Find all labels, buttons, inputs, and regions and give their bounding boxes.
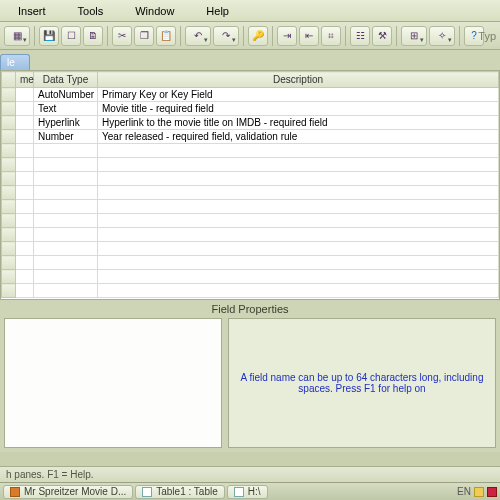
- menu-insert[interactable]: Insert: [2, 2, 62, 20]
- cell-fieldname[interactable]: [16, 88, 34, 102]
- cell-fieldname[interactable]: [16, 102, 34, 116]
- copy-button[interactable]: ❐: [134, 26, 154, 46]
- newobject-button[interactable]: ✧: [429, 26, 455, 46]
- cell-datatype[interactable]: [34, 228, 98, 242]
- table-row[interactable]: [2, 228, 499, 242]
- cell-datatype[interactable]: [34, 144, 98, 158]
- cell-description[interactable]: [98, 242, 499, 256]
- cell-fieldname[interactable]: [16, 116, 34, 130]
- cell-datatype[interactable]: [34, 172, 98, 186]
- row-selector[interactable]: [2, 200, 16, 214]
- cell-description[interactable]: [98, 186, 499, 200]
- cell-fieldname[interactable]: [16, 158, 34, 172]
- lang-indicator[interactable]: EN: [457, 486, 471, 497]
- cell-fieldname[interactable]: [16, 214, 34, 228]
- row-selector[interactable]: [2, 228, 16, 242]
- field-properties-pane[interactable]: [4, 318, 222, 448]
- table-row[interactable]: [2, 200, 499, 214]
- view-button[interactable]: ▦: [4, 26, 30, 46]
- cell-description[interactable]: [98, 228, 499, 242]
- table-row[interactable]: [2, 214, 499, 228]
- table-row[interactable]: [2, 284, 499, 298]
- cell-description[interactable]: [98, 214, 499, 228]
- cut-button[interactable]: ✂: [112, 26, 132, 46]
- print-button[interactable]: ☐: [61, 26, 81, 46]
- table-row[interactable]: AutoNumberPrimary Key or Key Field: [2, 88, 499, 102]
- row-selector[interactable]: [2, 172, 16, 186]
- table-row[interactable]: [2, 172, 499, 186]
- cell-description[interactable]: [98, 200, 499, 214]
- cell-fieldname[interactable]: [16, 200, 34, 214]
- cell-datatype[interactable]: [34, 284, 98, 298]
- row-selector[interactable]: [2, 88, 16, 102]
- cell-description[interactable]: Hyperlink to the movie title on IMDB - r…: [98, 116, 499, 130]
- cell-description[interactable]: Movie title - required field: [98, 102, 499, 116]
- row-selector[interactable]: [2, 242, 16, 256]
- row-selector[interactable]: [2, 284, 16, 298]
- cell-description[interactable]: [98, 284, 499, 298]
- cell-fieldname[interactable]: [16, 242, 34, 256]
- cell-datatype[interactable]: [34, 242, 98, 256]
- menu-help[interactable]: Help: [190, 2, 245, 20]
- row-selector[interactable]: [2, 130, 16, 144]
- table-row[interactable]: NumberYear released - required field, va…: [2, 130, 499, 144]
- properties-button[interactable]: ☷: [350, 26, 370, 46]
- row-selector[interactable]: [2, 158, 16, 172]
- cell-fieldname[interactable]: [16, 186, 34, 200]
- row-selector[interactable]: [2, 270, 16, 284]
- cell-description[interactable]: [98, 172, 499, 186]
- cell-datatype[interactable]: Text: [34, 102, 98, 116]
- col-fieldname[interactable]: me: [16, 72, 34, 88]
- row-selector[interactable]: [2, 186, 16, 200]
- redo-button[interactable]: ↷: [213, 26, 239, 46]
- cell-datatype[interactable]: AutoNumber: [34, 88, 98, 102]
- row-selector[interactable]: [2, 214, 16, 228]
- cell-fieldname[interactable]: [16, 256, 34, 270]
- table-row[interactable]: [2, 242, 499, 256]
- child-window-title[interactable]: le: [0, 54, 30, 70]
- corner-cell[interactable]: [2, 72, 16, 88]
- cell-fieldname[interactable]: [16, 270, 34, 284]
- table-row[interactable]: [2, 186, 499, 200]
- delete-rows-button[interactable]: ⇤: [299, 26, 319, 46]
- table-row[interactable]: HyperlinkHyperlink to the movie title on…: [2, 116, 499, 130]
- build-button[interactable]: ⚒: [372, 26, 392, 46]
- table-row[interactable]: [2, 270, 499, 284]
- menu-tools[interactable]: Tools: [62, 2, 120, 20]
- cell-fieldname[interactable]: [16, 284, 34, 298]
- cell-fieldname[interactable]: [16, 144, 34, 158]
- tray-icon[interactable]: [474, 487, 484, 497]
- cell-description[interactable]: Primary Key or Key Field: [98, 88, 499, 102]
- cell-datatype[interactable]: [34, 186, 98, 200]
- row-selector[interactable]: [2, 144, 16, 158]
- cell-fieldname[interactable]: [16, 228, 34, 242]
- row-selector[interactable]: [2, 102, 16, 116]
- cell-description[interactable]: [98, 144, 499, 158]
- dbwindow-button[interactable]: ⊞: [401, 26, 427, 46]
- table-row[interactable]: [2, 256, 499, 270]
- window-item-db[interactable]: Mr Spreitzer Movie D...: [3, 485, 133, 499]
- preview-button[interactable]: 🗎: [83, 26, 103, 46]
- key-button[interactable]: 🔑: [248, 26, 268, 46]
- cell-datatype[interactable]: [34, 200, 98, 214]
- cell-description[interactable]: Year released - required field, validati…: [98, 130, 499, 144]
- row-selector[interactable]: [2, 256, 16, 270]
- tray-icon[interactable]: [487, 487, 497, 497]
- menu-window[interactable]: Window: [119, 2, 190, 20]
- cell-datatype[interactable]: [34, 158, 98, 172]
- window-item-drive[interactable]: H:\: [227, 485, 268, 499]
- cell-datatype[interactable]: Hyperlink: [34, 116, 98, 130]
- table-row[interactable]: [2, 144, 499, 158]
- design-grid[interactable]: me Data Type Description AutoNumberPrima…: [0, 70, 500, 300]
- paste-button[interactable]: 📋: [156, 26, 176, 46]
- row-selector[interactable]: [2, 116, 16, 130]
- table-row[interactable]: TextMovie title - required field: [2, 102, 499, 116]
- col-datatype[interactable]: Data Type: [34, 72, 98, 88]
- undo-button[interactable]: ↶: [185, 26, 211, 46]
- indexes-button[interactable]: ⌗: [321, 26, 341, 46]
- window-item-table[interactable]: Table1 : Table: [135, 485, 225, 499]
- cell-datatype[interactable]: [34, 270, 98, 284]
- cell-datatype[interactable]: [34, 214, 98, 228]
- insert-rows-button[interactable]: ⇥: [277, 26, 297, 46]
- cell-description[interactable]: [98, 256, 499, 270]
